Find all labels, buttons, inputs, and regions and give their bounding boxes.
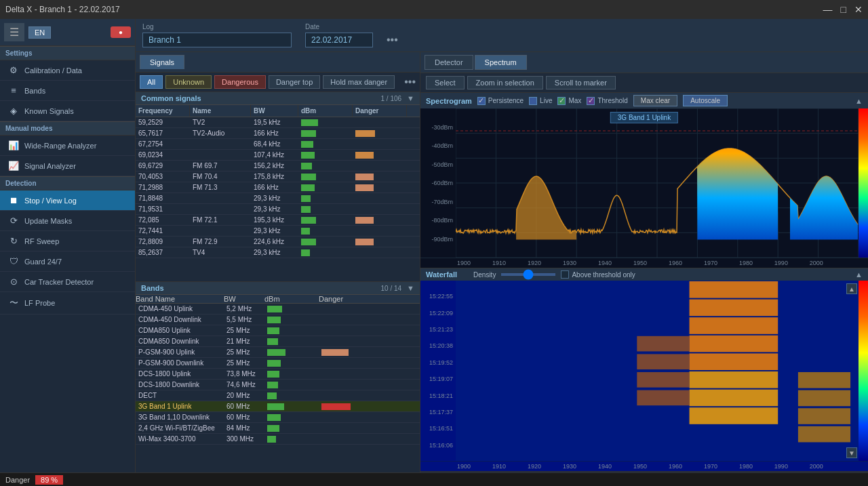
- cell-danger: [353, 247, 407, 258]
- danger-bar: Danger 89 %: [0, 472, 868, 486]
- close-button[interactable]: ✕: [854, 4, 863, 15]
- date-input[interactable]: [305, 33, 373, 47]
- cell-dbm: [298, 171, 353, 182]
- x-label-1930: 1930: [563, 260, 576, 266]
- waterfall-collapse[interactable]: ▲: [855, 270, 863, 279]
- cell-danger: [353, 139, 407, 149]
- menu-button[interactable]: ☰: [4, 23, 24, 41]
- sidebar-item-car-tracker[interactable]: ⊙ Car Tracker Detector: [0, 272, 135, 292]
- filter-dangerous-button[interactable]: Dangerous: [214, 75, 266, 89]
- cell-danger: [353, 193, 407, 203]
- common-signals-collapse[interactable]: ▼: [407, 94, 414, 102]
- sidebar-item-signal-analyzer[interactable]: 📈 Signal Analyzer: [0, 156, 135, 176]
- cell-band-extra: [373, 434, 387, 444]
- cell-name: FM 69.7: [190, 161, 251, 171]
- sidebar-item-rf-sweep[interactable]: ↻ RF Sweep: [0, 231, 135, 251]
- col-band-dbm: dBm: [264, 295, 319, 303]
- signal-analyzer-icon: 📈: [8, 161, 19, 171]
- bands-collapse[interactable]: ▼: [407, 284, 414, 292]
- cell-name: FM 70.4: [190, 171, 251, 182]
- sidebar-item-known-signals[interactable]: ◈ Known Signals: [0, 101, 135, 121]
- col-band-danger: Danger: [319, 295, 373, 303]
- common-signals-body: 59,2529 TV2 19,5 kHz 65,7617 TV2-Audio 1…: [136, 117, 420, 281]
- cell-band-dbm: [264, 315, 319, 325]
- cell-band-danger: [319, 325, 373, 336]
- cell-dbm: [298, 215, 353, 225]
- wide-range-label: Wide-Range Analyzer: [24, 142, 96, 150]
- cell-band-bw: 25 MHz: [224, 325, 264, 336]
- waterfall-nav-up[interactable]: ▲: [846, 283, 857, 294]
- sidebar-item-wide-range[interactable]: 📊 Wide-Range Analyzer: [0, 136, 135, 156]
- autoscale-button[interactable]: Autoscale: [683, 95, 728, 106]
- select-button[interactable]: Select: [426, 76, 465, 89]
- table-row: 3G Band 1,10 Downlink 60 MHz: [136, 412, 420, 423]
- cell-band-extra: [373, 369, 387, 379]
- window-controls[interactable]: — □ ✕: [823, 4, 863, 15]
- live-check[interactable]: Live: [529, 97, 552, 105]
- tab-spectrum[interactable]: Spectrum: [475, 55, 527, 70]
- cell-band-danger: [319, 390, 373, 401]
- cell-band-extra: [373, 401, 387, 411]
- zoom-button[interactable]: Zoom in selection: [467, 76, 543, 89]
- topbar-menu-dots[interactable]: •••: [387, 34, 398, 47]
- maximize-button[interactable]: □: [841, 4, 846, 15]
- sidebar-item-bands[interactable]: ≡ Bands: [0, 81, 135, 101]
- x-label-1980: 1980: [739, 260, 753, 266]
- threshold-checkbox[interactable]: ✓: [587, 97, 595, 105]
- filter-menu-dots[interactable]: •••: [404, 76, 416, 88]
- cell-band-danger: [319, 358, 373, 368]
- above-threshold-checkbox[interactable]: [561, 270, 569, 279]
- language-button[interactable]: EN: [28, 26, 51, 39]
- y-label-40: -40dBm: [420, 142, 456, 149]
- cell-band-extra: [373, 315, 387, 325]
- above-threshold-check[interactable]: Above threshold only: [561, 270, 635, 279]
- filter-unknown-button[interactable]: Unknown: [165, 75, 212, 89]
- minimize-button[interactable]: —: [823, 4, 833, 15]
- x-label-1990: 1990: [774, 260, 788, 266]
- spectrogram-collapse[interactable]: ▲: [855, 97, 863, 105]
- table-row: CDMA-450 Downlink 5,5 MHz: [136, 315, 420, 325]
- cell-band-bw: 60 MHz: [224, 401, 264, 411]
- wf-y-label: 15:17:37: [420, 409, 456, 416]
- sidebar-item-stop-view-log[interactable]: ⏹ Stop / View Log: [0, 190, 135, 211]
- persistence-check[interactable]: ✓ Persistence: [477, 97, 524, 105]
- filter-danger-top-button[interactable]: Danger top: [269, 75, 320, 89]
- filter-hold-max-button[interactable]: Hold max danger: [323, 75, 395, 89]
- spectrogram-section: Spectrogram ✓ Persistence Live ✓ Max: [420, 93, 868, 268]
- tab-detector[interactable]: Detector: [425, 55, 473, 70]
- table-row: P-GSM-900 Uplink 25 MHz: [136, 347, 420, 358]
- col-band-extra: [373, 295, 387, 303]
- sidebar-item-lf-probe[interactable]: 〜 LF Probe: [0, 292, 135, 315]
- common-signals-title: Common signals: [141, 94, 381, 102]
- persistence-checkbox[interactable]: ✓: [477, 97, 486, 105]
- density-slider[interactable]: [501, 273, 555, 276]
- filter-all-button[interactable]: All: [140, 75, 163, 89]
- cell-dbm: [298, 150, 353, 160]
- sidebar-item-update-masks[interactable]: ⟳ Update Masks: [0, 211, 135, 231]
- table-row: 85,2637 TV4 29,3 kHz: [136, 247, 420, 258]
- sidebar: ☰ EN ● Settings ⚙ Calibration / Data ≡ B…: [0, 19, 136, 486]
- max-checkbox[interactable]: ✓: [557, 97, 566, 105]
- waterfall-colorbar: [859, 281, 868, 461]
- cell-band-name: 3G Band 1,10 Downlink: [136, 412, 224, 422]
- log-input[interactable]: [142, 33, 292, 47]
- sidebar-item-calibration[interactable]: ⚙ Calibration / Data: [0, 60, 135, 81]
- record-button[interactable]: ●: [111, 26, 131, 38]
- cell-bw: 29,3 kHz: [251, 226, 298, 236]
- tab-signals[interactable]: Signals: [140, 55, 184, 69]
- bands-label: Bands: [24, 87, 45, 95]
- cell-band-name: DCS-1800 Downlink: [136, 380, 224, 390]
- live-checkbox[interactable]: [529, 97, 537, 105]
- max-clear-button[interactable]: Max clear: [633, 95, 677, 106]
- sidebar-item-guard-24[interactable]: 🛡 Guard 24/7: [0, 251, 135, 272]
- cell-band-bw: 73,8 MHz: [224, 369, 264, 379]
- wf-x-1910: 1910: [492, 463, 506, 470]
- spectrum-x-labels: 1900 1910 1920 1930 1940 1950 1960 1970 …: [420, 258, 868, 268]
- cell-dbm: [298, 247, 353, 258]
- cell-band-dbm: [264, 390, 319, 401]
- threshold-check[interactable]: ✓ Threshold: [587, 97, 627, 105]
- scroll-marker-button[interactable]: Scroll to marker: [546, 76, 616, 89]
- car-tracker-icon: ⊙: [8, 277, 19, 287]
- waterfall-nav-down[interactable]: ▼: [846, 447, 857, 458]
- max-check[interactable]: ✓ Max: [557, 97, 581, 105]
